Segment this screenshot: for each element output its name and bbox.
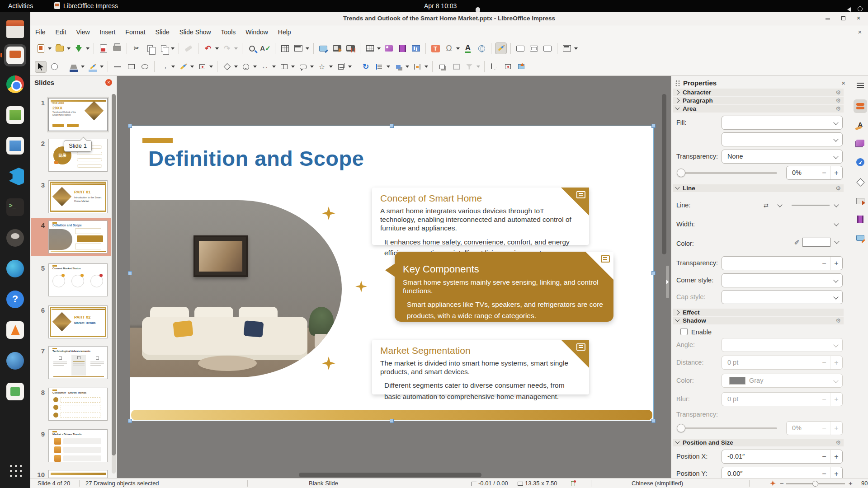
current-app-menu[interactable]: LibreOffice Impress bbox=[54, 0, 118, 12]
shadow-button[interactable] bbox=[436, 61, 448, 73]
position-x-spinner[interactable]: -0.01″−+ bbox=[722, 450, 843, 464]
line-width-dropdown[interactable] bbox=[722, 217, 843, 231]
display-views-button[interactable] bbox=[292, 42, 304, 54]
redo-button[interactable]: ↷ bbox=[221, 42, 233, 54]
slide-row-4-selected[interactable]: 4 Definition and Scope bbox=[30, 221, 112, 257]
3d-objects-button[interactable] bbox=[335, 61, 347, 73]
cap-style-dropdown[interactable] bbox=[722, 290, 843, 304]
impress-icon[interactable] bbox=[4, 44, 26, 66]
line-color-dropdown[interactable] bbox=[830, 235, 843, 249]
fit-slide-icon[interactable] bbox=[770, 479, 776, 488]
position-y-spinner[interactable]: 0.00″−+ bbox=[722, 467, 843, 478]
fontwork-button[interactable]: A bbox=[462, 42, 474, 54]
terminal-icon[interactable]: >_ bbox=[4, 196, 26, 218]
tab-styles[interactable]: A bbox=[854, 117, 867, 131]
line-color-button[interactable] bbox=[87, 61, 99, 73]
lines-arrows-button[interactable]: → bbox=[158, 61, 170, 73]
slide-editing-area[interactable]: Definition and Scope Concept of Smart Ho… bbox=[130, 126, 653, 421]
to-foreground-button[interactable] bbox=[515, 61, 527, 73]
gimp-icon[interactable] bbox=[4, 227, 26, 249]
selection-handle-w[interactable] bbox=[128, 271, 132, 275]
shadow-options-gear-icon[interactable]: ⚙ bbox=[835, 317, 841, 324]
slide-thumbnail-4[interactable]: Definition and Scope bbox=[48, 221, 108, 253]
slide-row-5[interactable]: 5 Current Market Status bbox=[30, 263, 112, 300]
ellipse-button[interactable] bbox=[139, 61, 151, 73]
crop-button[interactable] bbox=[450, 61, 462, 73]
selection-handle-e[interactable] bbox=[651, 271, 656, 275]
shadow-transparency-spinner[interactable]: 0%−+ bbox=[786, 421, 843, 435]
selection-handle-ne[interactable] bbox=[651, 124, 656, 128]
section-character[interactable]: Character⚙ bbox=[673, 89, 844, 96]
language-status[interactable]: Chinese (simplified) bbox=[632, 479, 683, 488]
undo-dropdown-icon[interactable] bbox=[215, 47, 219, 50]
curves-polygons-dropdown-icon[interactable] bbox=[190, 66, 194, 68]
stars-banners-dropdown-icon[interactable] bbox=[329, 66, 333, 68]
tab-slide-transition[interactable] bbox=[854, 194, 867, 208]
image-filter-dropdown-icon[interactable] bbox=[476, 66, 480, 68]
section-position-size[interactable]: Position and Size⚙ bbox=[673, 439, 844, 446]
selection-handle-n[interactable] bbox=[390, 124, 394, 128]
slide-row-7[interactable]: 7 Technological Advancements bbox=[30, 346, 112, 382]
shadow-enable-checkbox[interactable] bbox=[680, 328, 688, 335]
fill-type-dropdown[interactable] bbox=[722, 116, 843, 130]
selection-handle-nw[interactable] bbox=[128, 124, 132, 128]
shadow-transparency-slider[interactable] bbox=[678, 427, 777, 429]
find-replace-button[interactable] bbox=[246, 42, 258, 54]
master-slide-button[interactable] bbox=[317, 42, 329, 54]
clock[interactable]: Apr 8 10:03 bbox=[424, 0, 457, 12]
flowchart-button[interactable] bbox=[278, 61, 290, 73]
zoom-slider-knob[interactable] bbox=[812, 481, 818, 487]
selection-handle-se[interactable] bbox=[651, 419, 656, 423]
paste-dropdown-icon[interactable] bbox=[171, 47, 175, 50]
slide-thumbnail-1[interactable]: YOUR LOGO 20XX Trends and Outlook of the… bbox=[48, 98, 108, 131]
slide-layout-dropdown-icon[interactable] bbox=[574, 47, 578, 50]
arrow-style-dropdown[interactable]: ⇄ bbox=[760, 198, 786, 212]
shadow-angle-dropdown[interactable] bbox=[722, 338, 843, 352]
panel-drag-handle[interactable] bbox=[675, 80, 680, 86]
slide-thumbnail-10[interactable] bbox=[48, 470, 108, 478]
selection-handle-sw[interactable] bbox=[128, 419, 132, 423]
slide-thumbnail-3[interactable]: PART 01 Introduction to the Smart Home M… bbox=[48, 180, 108, 213]
section-shadow[interactable]: Shadow⚙ bbox=[673, 317, 844, 324]
zoom-in-icon[interactable]: + bbox=[849, 479, 853, 488]
symbol-shapes-button[interactable] bbox=[240, 61, 252, 73]
rotate-button[interactable]: ↻ bbox=[360, 61, 372, 73]
line-color-swatch[interactable] bbox=[802, 238, 830, 247]
menu-edit[interactable]: Edit bbox=[51, 25, 70, 39]
save-button[interactable] bbox=[73, 42, 85, 54]
writer-icon[interactable] bbox=[4, 135, 26, 157]
section-paragraph[interactable]: Paragraph⚙ bbox=[673, 97, 844, 104]
menu-tools[interactable]: Tools bbox=[217, 25, 240, 39]
zoom-level[interactable]: 90% bbox=[861, 479, 868, 488]
undo-button[interactable]: ↶ bbox=[202, 42, 214, 54]
document-close-icon[interactable]: × bbox=[855, 28, 864, 37]
menu-slideshow[interactable]: Slide Show bbox=[175, 25, 215, 39]
insert-textbox-button[interactable]: T bbox=[429, 42, 441, 54]
delete-slide-button[interactable] bbox=[542, 42, 553, 54]
section-effect[interactable]: Effect bbox=[673, 309, 844, 316]
block-arrows-button[interactable]: ⇔ bbox=[259, 61, 271, 73]
properties-close-icon[interactable]: × bbox=[841, 79, 845, 87]
show-draw-functions-button[interactable] bbox=[495, 42, 507, 54]
firefox-icon[interactable] bbox=[4, 258, 26, 280]
minimize-button[interactable] bbox=[823, 14, 833, 23]
horizontal-scrollbar[interactable] bbox=[299, 473, 481, 477]
block-arrows-dropdown-icon[interactable] bbox=[272, 66, 276, 68]
slide-thumbnail-5[interactable]: Current Market Status bbox=[48, 263, 108, 296]
calc-icon[interactable] bbox=[4, 104, 26, 126]
menu-insert[interactable]: Insert bbox=[95, 25, 119, 39]
3d-objects-dropdown-icon[interactable] bbox=[348, 66, 352, 68]
slide-thumbnail-6[interactable]: PART 02 Market Trends bbox=[48, 305, 108, 338]
redo-dropdown-icon[interactable] bbox=[234, 47, 238, 50]
slide-thumbnail-7[interactable]: Technological Advancements bbox=[48, 346, 108, 379]
insert-image-button[interactable] bbox=[383, 42, 395, 54]
arrange-button[interactable] bbox=[392, 61, 404, 73]
basic-shapes-dropdown-icon[interactable] bbox=[234, 66, 238, 68]
save-dropdown-icon[interactable] bbox=[86, 47, 90, 50]
copy-button[interactable] bbox=[144, 42, 156, 54]
insert-special-character-button[interactable]: Ω bbox=[443, 42, 455, 54]
tab-animation[interactable] bbox=[854, 212, 867, 226]
cut-button[interactable]: ✂ bbox=[131, 42, 142, 54]
insert-table-button[interactable] bbox=[364, 42, 376, 54]
zoom-slider[interactable] bbox=[786, 483, 845, 484]
